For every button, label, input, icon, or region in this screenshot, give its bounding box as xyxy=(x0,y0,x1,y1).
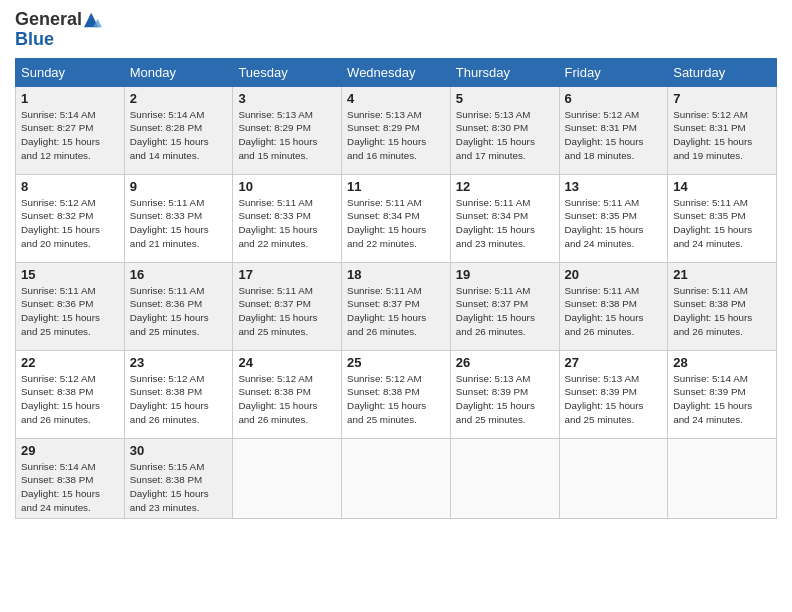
logo-general: General xyxy=(15,10,82,30)
header-saturday: Saturday xyxy=(668,58,777,86)
day-number: 27 xyxy=(565,355,663,370)
logo-blue: Blue xyxy=(15,30,104,50)
day-number: 1 xyxy=(21,91,119,106)
week-row-3: 15Sunrise: 5:11 AM Sunset: 8:36 PM Dayli… xyxy=(16,262,777,350)
logo: GeneralBlue xyxy=(15,10,104,50)
calendar-table: SundayMondayTuesdayWednesdayThursdayFrid… xyxy=(15,58,777,520)
day-number: 10 xyxy=(238,179,336,194)
day-info: Sunrise: 5:11 AM Sunset: 8:33 PM Dayligh… xyxy=(130,196,228,251)
day-number: 4 xyxy=(347,91,445,106)
day-number: 28 xyxy=(673,355,771,370)
table-cell xyxy=(559,438,668,519)
table-cell: 22Sunrise: 5:12 AM Sunset: 8:38 PM Dayli… xyxy=(16,350,125,438)
table-cell: 14Sunrise: 5:11 AM Sunset: 8:35 PM Dayli… xyxy=(668,174,777,262)
day-info: Sunrise: 5:14 AM Sunset: 8:38 PM Dayligh… xyxy=(21,460,119,515)
day-info: Sunrise: 5:11 AM Sunset: 8:34 PM Dayligh… xyxy=(347,196,445,251)
day-info: Sunrise: 5:11 AM Sunset: 8:37 PM Dayligh… xyxy=(238,284,336,339)
table-cell: 4Sunrise: 5:13 AM Sunset: 8:29 PM Daylig… xyxy=(342,86,451,174)
day-info: Sunrise: 5:15 AM Sunset: 8:38 PM Dayligh… xyxy=(130,460,228,515)
day-info: Sunrise: 5:11 AM Sunset: 8:35 PM Dayligh… xyxy=(565,196,663,251)
table-cell: 30Sunrise: 5:15 AM Sunset: 8:38 PM Dayli… xyxy=(124,438,233,519)
day-info: Sunrise: 5:11 AM Sunset: 8:36 PM Dayligh… xyxy=(21,284,119,339)
table-cell: 25Sunrise: 5:12 AM Sunset: 8:38 PM Dayli… xyxy=(342,350,451,438)
week-row-1: 1Sunrise: 5:14 AM Sunset: 8:27 PM Daylig… xyxy=(16,86,777,174)
day-info: Sunrise: 5:14 AM Sunset: 8:39 PM Dayligh… xyxy=(673,372,771,427)
day-number: 18 xyxy=(347,267,445,282)
day-info: Sunrise: 5:12 AM Sunset: 8:38 PM Dayligh… xyxy=(238,372,336,427)
day-number: 16 xyxy=(130,267,228,282)
day-info: Sunrise: 5:13 AM Sunset: 8:29 PM Dayligh… xyxy=(238,108,336,163)
day-info: Sunrise: 5:13 AM Sunset: 8:29 PM Dayligh… xyxy=(347,108,445,163)
day-number: 15 xyxy=(21,267,119,282)
day-number: 22 xyxy=(21,355,119,370)
day-info: Sunrise: 5:13 AM Sunset: 8:39 PM Dayligh… xyxy=(565,372,663,427)
header-sunday: Sunday xyxy=(16,58,125,86)
header-thursday: Thursday xyxy=(450,58,559,86)
table-cell: 23Sunrise: 5:12 AM Sunset: 8:38 PM Dayli… xyxy=(124,350,233,438)
day-number: 5 xyxy=(456,91,554,106)
day-info: Sunrise: 5:11 AM Sunset: 8:38 PM Dayligh… xyxy=(565,284,663,339)
day-number: 2 xyxy=(130,91,228,106)
table-cell xyxy=(342,438,451,519)
table-cell: 21Sunrise: 5:11 AM Sunset: 8:38 PM Dayli… xyxy=(668,262,777,350)
table-cell: 13Sunrise: 5:11 AM Sunset: 8:35 PM Dayli… xyxy=(559,174,668,262)
table-cell: 9Sunrise: 5:11 AM Sunset: 8:33 PM Daylig… xyxy=(124,174,233,262)
day-number: 14 xyxy=(673,179,771,194)
header-monday: Monday xyxy=(124,58,233,86)
header-tuesday: Tuesday xyxy=(233,58,342,86)
day-info: Sunrise: 5:12 AM Sunset: 8:31 PM Dayligh… xyxy=(673,108,771,163)
day-number: 26 xyxy=(456,355,554,370)
day-info: Sunrise: 5:11 AM Sunset: 8:38 PM Dayligh… xyxy=(673,284,771,339)
table-cell xyxy=(668,438,777,519)
day-info: Sunrise: 5:11 AM Sunset: 8:37 PM Dayligh… xyxy=(456,284,554,339)
table-cell: 24Sunrise: 5:12 AM Sunset: 8:38 PM Dayli… xyxy=(233,350,342,438)
day-number: 17 xyxy=(238,267,336,282)
table-cell: 26Sunrise: 5:13 AM Sunset: 8:39 PM Dayli… xyxy=(450,350,559,438)
day-number: 23 xyxy=(130,355,228,370)
table-cell xyxy=(450,438,559,519)
table-cell: 7Sunrise: 5:12 AM Sunset: 8:31 PM Daylig… xyxy=(668,86,777,174)
day-number: 3 xyxy=(238,91,336,106)
week-row-4: 22Sunrise: 5:12 AM Sunset: 8:38 PM Dayli… xyxy=(16,350,777,438)
table-cell: 18Sunrise: 5:11 AM Sunset: 8:37 PM Dayli… xyxy=(342,262,451,350)
day-info: Sunrise: 5:12 AM Sunset: 8:32 PM Dayligh… xyxy=(21,196,119,251)
table-cell: 12Sunrise: 5:11 AM Sunset: 8:34 PM Dayli… xyxy=(450,174,559,262)
day-number: 12 xyxy=(456,179,554,194)
day-info: Sunrise: 5:11 AM Sunset: 8:37 PM Dayligh… xyxy=(347,284,445,339)
table-cell: 5Sunrise: 5:13 AM Sunset: 8:30 PM Daylig… xyxy=(450,86,559,174)
day-number: 11 xyxy=(347,179,445,194)
day-info: Sunrise: 5:11 AM Sunset: 8:33 PM Dayligh… xyxy=(238,196,336,251)
day-number: 30 xyxy=(130,443,228,458)
day-number: 29 xyxy=(21,443,119,458)
day-number: 24 xyxy=(238,355,336,370)
day-info: Sunrise: 5:12 AM Sunset: 8:38 PM Dayligh… xyxy=(21,372,119,427)
header-friday: Friday xyxy=(559,58,668,86)
table-cell: 20Sunrise: 5:11 AM Sunset: 8:38 PM Dayli… xyxy=(559,262,668,350)
day-info: Sunrise: 5:11 AM Sunset: 8:34 PM Dayligh… xyxy=(456,196,554,251)
day-info: Sunrise: 5:13 AM Sunset: 8:39 PM Dayligh… xyxy=(456,372,554,427)
day-info: Sunrise: 5:13 AM Sunset: 8:30 PM Dayligh… xyxy=(456,108,554,163)
day-number: 7 xyxy=(673,91,771,106)
day-number: 13 xyxy=(565,179,663,194)
day-info: Sunrise: 5:14 AM Sunset: 8:28 PM Dayligh… xyxy=(130,108,228,163)
day-number: 19 xyxy=(456,267,554,282)
day-number: 6 xyxy=(565,91,663,106)
day-info: Sunrise: 5:12 AM Sunset: 8:38 PM Dayligh… xyxy=(347,372,445,427)
day-info: Sunrise: 5:12 AM Sunset: 8:31 PM Dayligh… xyxy=(565,108,663,163)
table-cell: 8Sunrise: 5:12 AM Sunset: 8:32 PM Daylig… xyxy=(16,174,125,262)
week-row-5: 29Sunrise: 5:14 AM Sunset: 8:38 PM Dayli… xyxy=(16,438,777,519)
table-cell: 2Sunrise: 5:14 AM Sunset: 8:28 PM Daylig… xyxy=(124,86,233,174)
table-cell: 11Sunrise: 5:11 AM Sunset: 8:34 PM Dayli… xyxy=(342,174,451,262)
table-cell: 10Sunrise: 5:11 AM Sunset: 8:33 PM Dayli… xyxy=(233,174,342,262)
header: GeneralBlue xyxy=(15,10,777,50)
table-cell: 29Sunrise: 5:14 AM Sunset: 8:38 PM Dayli… xyxy=(16,438,125,519)
table-cell: 15Sunrise: 5:11 AM Sunset: 8:36 PM Dayli… xyxy=(16,262,125,350)
logo-icon xyxy=(82,11,104,29)
day-info: Sunrise: 5:11 AM Sunset: 8:35 PM Dayligh… xyxy=(673,196,771,251)
day-number: 21 xyxy=(673,267,771,282)
table-cell: 6Sunrise: 5:12 AM Sunset: 8:31 PM Daylig… xyxy=(559,86,668,174)
table-cell: 28Sunrise: 5:14 AM Sunset: 8:39 PM Dayli… xyxy=(668,350,777,438)
table-cell xyxy=(233,438,342,519)
day-number: 9 xyxy=(130,179,228,194)
table-cell: 17Sunrise: 5:11 AM Sunset: 8:37 PM Dayli… xyxy=(233,262,342,350)
